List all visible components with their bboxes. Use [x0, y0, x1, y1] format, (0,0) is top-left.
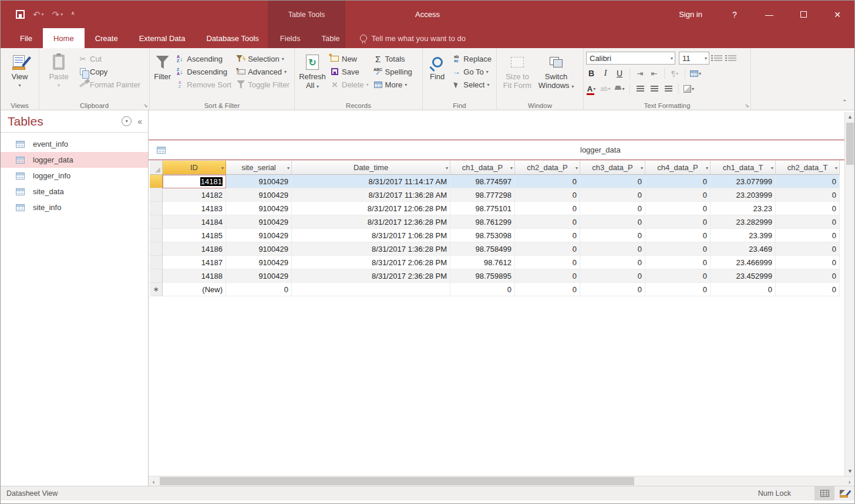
- alternate-row-color-button[interactable]: ▾: [684, 83, 694, 94]
- table-cell[interactable]: 9100429: [226, 229, 292, 242]
- tab-database-tools[interactable]: Database Tools: [196, 28, 269, 48]
- table-cell[interactable]: 0: [515, 188, 580, 202]
- sidebar-item-logger_data[interactable]: logger_data: [1, 152, 148, 168]
- scroll-right-icon[interactable]: ›: [844, 476, 854, 486]
- table-cell[interactable]: 23.077999: [711, 175, 776, 188]
- minimize-button[interactable]: —: [752, 1, 786, 28]
- table-cell[interactable]: 0: [645, 283, 711, 296]
- table-cell[interactable]: 0: [515, 256, 580, 269]
- more-button[interactable]: More▾: [371, 78, 415, 91]
- scroll-up-icon[interactable]: ▲: [845, 112, 855, 121]
- nav-shutter-icon[interactable]: «: [137, 117, 142, 126]
- horizontal-scroll-thumb[interactable]: [160, 477, 634, 485]
- table-cell[interactable]: 8/31/2017 2:06:28 PM: [292, 256, 450, 269]
- scroll-left-icon[interactable]: ‹: [149, 476, 159, 486]
- table-cell[interactable]: 8/31/2017 12:36:28 PM: [292, 215, 450, 229]
- record-selector[interactable]: [150, 202, 163, 215]
- paste-button[interactable]: Paste ▾: [42, 50, 76, 90]
- table-cell[interactable]: 8/31/2017 11:14:17 AM: [292, 175, 450, 188]
- column-dropdown-icon[interactable]: ▾: [641, 165, 643, 171]
- column-header-ch2_data_T[interactable]: ch2_data_T▾: [776, 161, 840, 174]
- table-cell[interactable]: 23.282999: [711, 215, 776, 229]
- document-title-bar[interactable]: logger_data: [149, 140, 854, 160]
- table-cell[interactable]: 9100429: [226, 256, 292, 269]
- table-cell[interactable]: 0: [580, 269, 645, 283]
- column-dropdown-icon[interactable]: ▾: [221, 165, 224, 171]
- table-cell[interactable]: [292, 283, 450, 296]
- new-record-selector[interactable]: ∗: [150, 283, 163, 296]
- table-cell[interactable]: 0: [645, 242, 711, 256]
- tab-external-data[interactable]: External Data: [129, 28, 196, 48]
- sidebar-item-site_info[interactable]: site_info: [1, 199, 148, 215]
- align-center-icon[interactable]: [649, 83, 659, 94]
- record-selector[interactable]: [150, 229, 163, 242]
- table-cell[interactable]: 98.777298: [450, 188, 515, 202]
- table-cell[interactable]: 0: [776, 188, 840, 202]
- maximize-button[interactable]: [786, 1, 820, 28]
- record-selector[interactable]: [150, 175, 163, 188]
- table-cell[interactable]: 98.774597: [450, 175, 515, 188]
- column-dropdown-icon[interactable]: ▾: [446, 165, 448, 171]
- record-selector[interactable]: [150, 242, 163, 256]
- ascending-button[interactable]: AZ↓Ascending: [173, 52, 234, 65]
- clipboard-dialog-launcher[interactable]: ⇘: [143, 103, 148, 109]
- copy-button[interactable]: Copy: [76, 65, 143, 78]
- table-cell[interactable]: 0: [515, 215, 580, 229]
- table-cell[interactable]: 8/31/2017 2:36:28 PM: [292, 269, 450, 283]
- table-cell[interactable]: 0: [776, 229, 840, 242]
- table-cell[interactable]: 23.399: [711, 229, 776, 242]
- table-cell[interactable]: 98.775101: [450, 202, 515, 215]
- sidebar-item-site_data[interactable]: site_data: [1, 184, 148, 199]
- table-cell[interactable]: 0: [645, 215, 711, 229]
- tab-file[interactable]: File: [9, 28, 43, 48]
- column-header-ID[interactable]: ID▾: [163, 161, 226, 174]
- collapse-ribbon-icon[interactable]: ⌃: [842, 99, 847, 106]
- table-cell[interactable]: 23.452999: [711, 269, 776, 283]
- table-cell[interactable]: 8/31/2017 1:06:28 PM: [292, 229, 450, 242]
- undo-icon[interactable]: ↶▾: [33, 9, 44, 20]
- table-cell[interactable]: 0: [645, 256, 711, 269]
- column-header-ch1_data_P[interactable]: ch1_data_P▾: [450, 161, 515, 174]
- tab-fields[interactable]: Fields: [270, 28, 311, 48]
- table-cell[interactable]: 98.753098: [450, 229, 515, 242]
- filter-button[interactable]: Filter: [152, 50, 173, 81]
- vertical-scroll-thumb[interactable]: [846, 123, 854, 165]
- table-cell[interactable]: 8/31/2017 12:06:28 PM: [292, 202, 450, 215]
- table-cell[interactable]: 0: [776, 283, 840, 296]
- table-cell[interactable]: 0: [645, 269, 711, 283]
- advanced-button[interactable]: …Advanced▾: [234, 65, 292, 78]
- table-cell[interactable]: 0: [776, 202, 840, 215]
- table-cell[interactable]: 0: [645, 175, 711, 188]
- table-cell[interactable]: 0: [450, 283, 515, 296]
- sidebar-item-event_info[interactable]: event_info: [1, 136, 148, 152]
- column-dropdown-icon[interactable]: ▾: [835, 165, 837, 171]
- table-cell[interactable]: 0: [580, 242, 645, 256]
- sign-in-button[interactable]: Sign in: [664, 1, 717, 28]
- table-cell[interactable]: 0: [515, 202, 580, 215]
- table-cell[interactable]: 0: [515, 175, 580, 188]
- datasheet-view-button[interactable]: [814, 486, 834, 500]
- table-cell[interactable]: 9100429: [226, 188, 292, 202]
- gridlines-button[interactable]: ▾: [690, 67, 701, 79]
- totals-button[interactable]: ΣTotals: [371, 52, 415, 65]
- table-cell[interactable]: 0: [776, 269, 840, 283]
- replace-button[interactable]: abacReplace: [449, 52, 494, 65]
- table-cell[interactable]: 0: [515, 269, 580, 283]
- table-cell[interactable]: 14188: [163, 269, 226, 283]
- table-cell[interactable]: 0: [515, 229, 580, 242]
- table-cell[interactable]: 8/31/2017 1:36:28 PM: [292, 242, 450, 256]
- column-dropdown-icon[interactable]: ▾: [510, 165, 513, 171]
- column-dropdown-icon[interactable]: ▾: [771, 165, 773, 171]
- table-cell[interactable]: 0: [711, 283, 776, 296]
- text-direction-icon[interactable]: ¶▾: [669, 67, 680, 79]
- bold-button[interactable]: B: [586, 67, 597, 79]
- redo-icon[interactable]: ↷▾: [52, 9, 63, 20]
- table-cell[interactable]: 0: [645, 202, 711, 215]
- column-header-ch2_data_P[interactable]: ch2_data_P▾: [515, 161, 580, 174]
- format-painter-button[interactable]: Format Painter: [76, 78, 143, 91]
- font-size-combo[interactable]: 11▾: [679, 52, 709, 65]
- underline-button[interactable]: U: [614, 67, 625, 79]
- table-cell[interactable]: 23.466999: [711, 256, 776, 269]
- vertical-scrollbar[interactable]: ▲ ▼: [844, 112, 854, 476]
- table-cell[interactable]: 98.761299: [450, 215, 515, 229]
